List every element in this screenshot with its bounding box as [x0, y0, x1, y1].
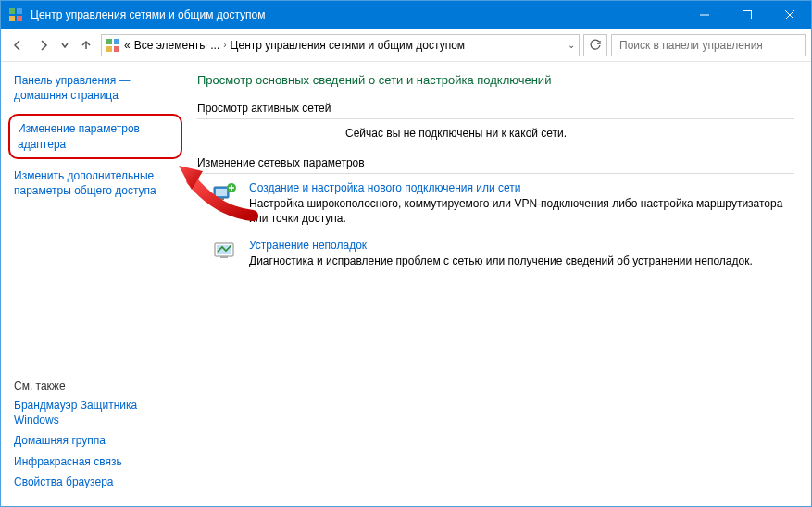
svg-rect-4	[743, 11, 752, 19]
see-also-irda[interactable]: Инфракрасная связь	[14, 454, 179, 469]
task-troubleshoot-desc: Диагностика и исправление проблем с сеть…	[249, 254, 753, 268]
refresh-button[interactable]	[583, 34, 607, 56]
control-panel-icon	[8, 7, 23, 22]
svg-rect-6	[114, 39, 119, 44]
up-button[interactable]	[75, 34, 97, 56]
task-new-connection: Создание и настройка нового подключения …	[212, 181, 794, 226]
task-new-connection-desc: Настройка широкополосного, коммутируемог…	[249, 196, 794, 226]
svg-rect-8	[114, 46, 119, 52]
task-new-connection-link[interactable]: Создание и настройка нового подключения …	[249, 181, 794, 194]
search-input[interactable]	[618, 38, 799, 53]
see-also-firewall[interactable]: Брандмауэр Защитника Windows	[14, 398, 179, 427]
window: Центр управления сетями и общим доступом	[0, 0, 812, 507]
svg-rect-11	[219, 198, 224, 200]
forward-button[interactable]	[32, 34, 55, 56]
maximize-button[interactable]	[726, 1, 768, 29]
breadcrumb[interactable]: « Все элементы ... › Центр управления се…	[101, 34, 580, 56]
svg-rect-0	[9, 8, 15, 14]
active-networks-title: Просмотр активных сетей	[197, 102, 794, 119]
task-troubleshoot-link[interactable]: Устранение неполадок	[249, 239, 753, 252]
sidebar-home-link[interactable]: Панель управления — домашняя страница	[14, 73, 179, 103]
body: Панель управления — домашняя страница Из…	[1, 62, 811, 506]
see-also: См. также Брандмауэр Защитника Windows Д…	[14, 379, 179, 495]
annotation-highlight: Изменение параметров адаптера	[8, 114, 182, 158]
svg-rect-3	[17, 16, 22, 21]
chevron-down-icon[interactable]: ⌄	[568, 40, 575, 50]
no-connection-message: Сейчас вы не подключены ни к какой сети.	[345, 127, 794, 140]
task-troubleshoot: Устранение неполадок Диагностика и испра…	[212, 239, 794, 268]
page-heading: Просмотр основных сведений о сети и наст…	[197, 73, 794, 87]
see-also-homegroup[interactable]: Домашняя группа	[14, 433, 179, 448]
svg-rect-1	[17, 8, 22, 14]
sidebar-spacer	[14, 211, 179, 379]
window-title: Центр управления сетями и общим доступом	[31, 8, 683, 21]
close-button[interactable]	[768, 1, 811, 29]
see-also-inetopts[interactable]: Свойства браузера	[14, 475, 179, 489]
recent-button[interactable]	[58, 34, 71, 56]
svg-rect-7	[106, 46, 112, 52]
minimize-button[interactable]	[683, 1, 726, 29]
sidebar: Панель управления — домашняя страница Из…	[1, 62, 188, 506]
svg-rect-10	[216, 189, 227, 196]
network-settings-title: Изменение сетевых параметров	[197, 156, 794, 174]
search-box[interactable]	[611, 34, 806, 56]
titlebar: Центр управления сетями и общим доступом	[1, 1, 811, 29]
svg-rect-2	[9, 16, 15, 21]
new-connection-icon	[212, 181, 238, 207]
svg-rect-5	[106, 39, 112, 44]
window-controls	[683, 1, 811, 29]
crumb-prefix: «	[124, 39, 131, 52]
see-also-title: См. также	[14, 379, 179, 392]
nav-row: « Все элементы ... › Центр управления се…	[1, 29, 811, 62]
sidebar-adapter-settings-link[interactable]: Изменение параметров адаптера	[18, 121, 173, 151]
crumb-item-2[interactable]: Центр управления сетями и общим доступом	[231, 39, 466, 52]
troubleshoot-icon	[212, 239, 238, 265]
control-panel-icon	[106, 38, 120, 53]
chevron-right-icon: ›	[223, 40, 226, 50]
svg-rect-15	[220, 256, 228, 258]
back-button[interactable]	[6, 34, 29, 56]
crumb-item-1[interactable]: Все элементы ...	[134, 39, 220, 52]
main-content: Просмотр основных сведений о сети и наст…	[188, 62, 811, 506]
sidebar-advanced-sharing-link[interactable]: Изменить дополнительные параметры общего…	[14, 168, 179, 198]
